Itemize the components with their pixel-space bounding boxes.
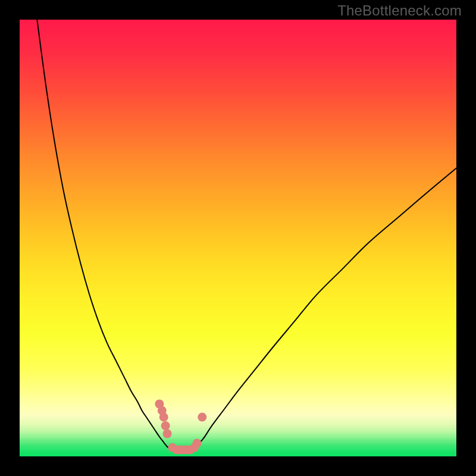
curve-marker	[163, 429, 172, 438]
watermark-label: TheBottleneck.com	[337, 2, 462, 19]
curve-marker	[193, 439, 202, 447]
chart-frame: TheBottleneck.com	[0, 0, 476, 476]
plot-area	[20, 20, 456, 456]
bottleneck-curve	[20, 20, 456, 456]
curve-path	[37, 20, 456, 452]
curve-marker	[198, 412, 206, 421]
curve-marker	[159, 412, 168, 421]
curve-marker	[161, 421, 170, 430]
